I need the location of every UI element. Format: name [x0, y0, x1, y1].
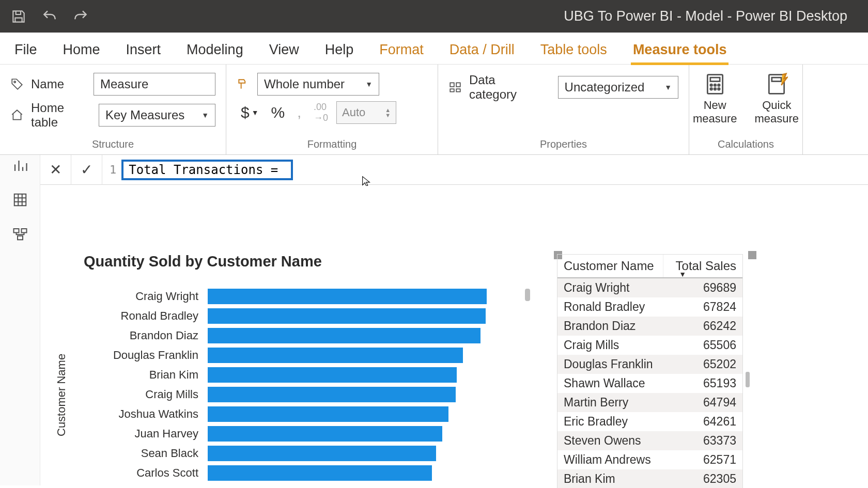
cell-customer: Shawn Wallace [557, 374, 663, 393]
bar-label: Brandon Diaz [84, 329, 208, 342]
tab-home[interactable]: Home [61, 36, 102, 64]
cell-sales: 69689 [663, 278, 742, 297]
quick-calculator-icon [765, 73, 788, 96]
report-canvas[interactable]: Quantity Sold by Customer Name Customer … [40, 186, 868, 488]
table-scrollbar[interactable] [746, 372, 750, 387]
bar [208, 328, 481, 343]
ribbon: Name Measure Home table Key Measures ▼ S… [0, 65, 868, 155]
percent-button[interactable]: % [267, 103, 289, 122]
tab-file[interactable]: File [12, 36, 39, 64]
home-icon [10, 108, 24, 122]
bar-label: Joshua Watkins [84, 407, 208, 421]
home-table-select[interactable]: Key Measures ▼ [99, 104, 215, 127]
tab-data-drill[interactable]: Data / Drill [447, 36, 517, 64]
cell-sales: 64794 [663, 393, 742, 412]
tab-help[interactable]: Help [323, 36, 356, 64]
tab-insert[interactable]: Insert [124, 36, 163, 64]
decimal-places-spinner[interactable]: Auto ▲▼ [336, 101, 396, 124]
chevron-down-icon: ▼ [664, 83, 672, 91]
bar-row[interactable]: Juan Harvey [84, 424, 518, 444]
model-view-icon[interactable] [12, 226, 28, 242]
cell-customer: Ronald Bradley [557, 297, 663, 317]
bar-label: Brian Kim [84, 368, 208, 382]
formula-line-number: 1 [110, 163, 116, 176]
svg-rect-18 [18, 236, 23, 240]
formula-editor[interactable]: 1 Total Transactions = [102, 160, 868, 180]
group-calculations: New measure Quick measure Calculations [689, 65, 803, 154]
data-view-icon[interactable] [12, 192, 28, 208]
new-measure-button[interactable]: New measure [689, 73, 741, 138]
chart-plot-area: Customer Name Craig WrightRonald Bradley… [84, 287, 518, 483]
table-row[interactable]: Steven Owens63373 [557, 431, 742, 450]
cell-sales: 65506 [663, 336, 742, 355]
decimal-button[interactable]: .00→0 [309, 101, 332, 124]
bar-row[interactable]: Douglas Franklin [84, 345, 518, 365]
bar-row[interactable]: Craig Wright [84, 287, 518, 306]
table-row[interactable]: Eric Bradley64261 [557, 412, 742, 431]
table-row[interactable]: Ronald Bradley67824 [557, 297, 742, 317]
chart-scrollbar[interactable] [525, 289, 530, 301]
table-row[interactable]: Craig Mills65506 [557, 336, 742, 355]
table-row[interactable]: Douglas Franklin65202 [557, 355, 742, 374]
currency-button[interactable]: $▼ [237, 103, 263, 122]
new-measure-label: New measure [693, 99, 737, 125]
sort-descending-icon: ▼ [679, 270, 686, 278]
bar-track [208, 465, 518, 481]
bar-chart-visual[interactable]: Quantity Sold by Customer Name Customer … [84, 253, 518, 483]
format-brush-icon [237, 77, 250, 91]
group-label-properties: Properties [448, 138, 678, 152]
svg-rect-6 [710, 77, 720, 81]
tab-table-tools[interactable]: Table tools [538, 36, 609, 64]
cell-customer: Brian Kim [557, 469, 663, 488]
bar-row[interactable]: Sean Black [84, 444, 518, 463]
thousands-separator-button[interactable]: , [293, 103, 305, 122]
table-row[interactable]: Brandon Diaz66242 [557, 317, 742, 336]
svg-point-10 [710, 88, 712, 90]
bar-row[interactable]: Brian Kim [84, 365, 518, 385]
data-category-select[interactable]: Uncategorized ▼ [558, 76, 678, 99]
bar-row[interactable]: Craig Mills [84, 385, 518, 404]
tab-view[interactable]: View [267, 36, 301, 64]
table-visual[interactable]: Customer Name Total Sales ▼ Craig Wright… [557, 254, 743, 488]
tab-measure-tools[interactable]: Measure tools [631, 36, 729, 64]
bar-track [208, 426, 518, 442]
table-row[interactable]: Craig Wright69689 [557, 278, 742, 297]
name-input[interactable]: Measure [94, 73, 215, 96]
group-formatting: Whole number ▼ $▼ % , .00→0 Auto ▲▼ Form… [226, 65, 438, 154]
table-row[interactable]: Martin Berry64794 [557, 393, 742, 412]
group-label-formatting: Formatting [237, 138, 427, 152]
cell-customer: Craig Wright [557, 278, 663, 297]
chart-title: Quantity Sold by Customer Name [84, 253, 518, 270]
quick-measure-button[interactable]: Quick measure [751, 73, 803, 138]
cell-customer: Eric Bradley [557, 412, 663, 431]
bar-row[interactable]: Joshua Watkins [84, 404, 518, 424]
selection-handle[interactable] [748, 251, 756, 259]
column-header-total-sales[interactable]: Total Sales ▼ [663, 255, 742, 277]
formula-cancel-button[interactable]: ✕ [40, 155, 71, 185]
formula-commit-button[interactable]: ✓ [71, 155, 102, 185]
format-select[interactable]: Whole number ▼ [257, 73, 379, 96]
bar-row[interactable]: Carlos Scott [84, 463, 518, 483]
bar-row[interactable]: Brandon Diaz [84, 326, 518, 345]
formula-code[interactable]: Total Transactions = [121, 160, 292, 180]
report-view-icon[interactable] [12, 158, 28, 174]
svg-point-7 [710, 84, 712, 86]
undo-icon[interactable] [41, 8, 58, 25]
table-row[interactable]: William Andrews62571 [557, 450, 742, 469]
svg-point-9 [718, 84, 720, 86]
cell-sales: 65202 [663, 355, 742, 374]
bar-row[interactable]: Ronald Bradley [84, 306, 518, 326]
table-row[interactable]: Shawn Wallace65193 [557, 374, 742, 393]
tab-modeling[interactable]: Modeling [184, 36, 245, 64]
chevron-down-icon: ▼ [365, 80, 373, 88]
tab-format[interactable]: Format [377, 36, 426, 64]
title-bar: UBG To Power BI - Model - Power BI Deskt… [0, 0, 868, 33]
format-value: Whole number [264, 77, 345, 91]
cell-customer: Craig Mills [557, 336, 663, 355]
cell-customer: William Andrews [557, 450, 663, 469]
category-icon [448, 81, 462, 94]
redo-icon[interactable] [72, 8, 89, 25]
column-header-customer[interactable]: Customer Name [557, 255, 663, 277]
save-icon[interactable] [10, 8, 27, 25]
table-row[interactable]: Brian Kim62305 [557, 469, 742, 488]
